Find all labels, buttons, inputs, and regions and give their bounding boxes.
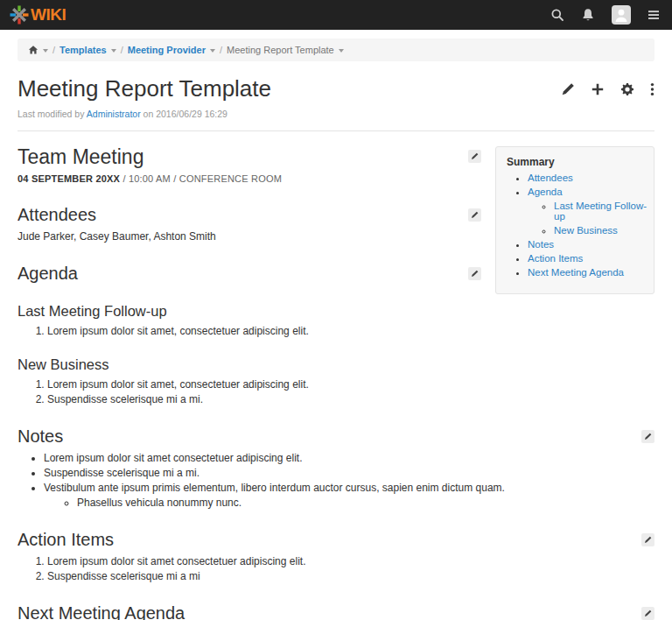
xwiki-logo[interactable]: WIKI [9,4,66,25]
list-item: Last Meeting Follow-up [554,201,648,222]
summary-panel: Summary Attendees Agenda Last Meeting Fo… [495,146,654,294]
page-actions [561,82,654,96]
list-item: Suspendisse scelerisque mi a mi. [47,393,654,405]
breadcrumb-current: Meeting Report Template [227,45,334,55]
list-item: Action Items [528,253,648,264]
edit-section-button[interactable] [468,150,481,163]
top-navbar: WIKI [0,0,672,30]
new-business-heading: New Business [18,356,109,373]
agenda-heading: Agenda [18,264,78,284]
hamburger-menu-icon[interactable] [648,9,660,21]
summary-link-next-meeting-agenda[interactable]: Next Meeting Agenda [528,267,624,278]
kebab-menu-icon[interactable] [650,82,654,96]
breadcrumb: / Templates / Meeting Provider / Meeting… [18,39,654,61]
last-meeting-follow-up-heading: Last Meeting Follow-up [18,303,167,320]
edit-section-button[interactable] [468,208,481,222]
summary-link-agenda[interactable]: Agenda [528,187,563,197]
next-meeting-agenda-heading: Next Meeting Agenda [18,603,185,620]
list-item: New Business [554,225,648,236]
gear-icon[interactable] [620,82,634,96]
list-item: Vestibulum ante ipsum primis elementum, … [44,482,654,509]
attendees-heading: Attendees [18,205,96,225]
summary-link-action-items[interactable]: Action Items [528,253,583,264]
list-item: Suspendisse scelerisque mi a mi. [44,467,654,479]
list-item: Attendees [528,173,648,183]
section-last-meeting-follow-up: Last Meeting Follow-up [18,303,481,320]
list-item: Lorem ipsum dolor sit amet consectetuer … [47,555,654,567]
summary-link-last-meeting-follow-up[interactable]: Last Meeting Follow-up [554,201,647,222]
list-item: Phasellus vehicula nonummy nunc. [77,497,654,509]
list-item: Notes [528,239,648,250]
user-avatar[interactable] [612,5,631,25]
action-items-heading: Action Items [18,530,114,550]
chevron-down-icon[interactable] [43,49,48,53]
xwiki-asterisk-icon [9,4,30,25]
edit-pencil-icon[interactable] [561,82,575,96]
summary-link-notes[interactable]: Notes [528,239,554,250]
section-agenda: Agenda [18,264,481,284]
page-title: Meeting Report Template [18,75,271,102]
team-meeting-heading: Team Meeting [18,145,144,169]
brand-text: WIKI [31,5,66,25]
list-item: Next Meeting Agenda [528,267,648,278]
section-new-business: New Business [18,356,654,373]
chevron-down-icon[interactable] [111,49,116,53]
chevron-down-icon[interactable] [339,49,344,53]
bell-icon[interactable] [581,8,595,22]
section-next-meeting-agenda: Next Meeting Agenda [18,603,654,620]
page-content: Summary Attendees Agenda Last Meeting Fo… [18,144,654,620]
breadcrumb-link-meeting-provider[interactable]: Meeting Provider [128,45,206,55]
list-item: Lorem ipsum dolor sit amet, consectetuer… [47,325,654,337]
section-team-meeting: Team Meeting [18,144,481,169]
list-item: Lorem ipsum dolor sit amet, consectetuer… [47,378,654,391]
header-divider [18,130,654,131]
list-item: Agenda Last Meeting Follow-up New Busine… [528,187,648,236]
add-plus-icon[interactable] [591,82,605,96]
section-attendees: Attendees [18,205,481,225]
section-action-items: Action Items [18,530,654,550]
chevron-down-icon[interactable] [210,49,215,53]
summary-link-attendees[interactable]: Attendees [528,173,573,183]
search-icon[interactable] [550,8,564,22]
notes-heading: Notes [18,426,63,447]
list-item: Lorem ipsum dolor sit amet consectetuer … [44,452,654,464]
doc-info: Last modified by Administrator on 2016/0… [18,109,654,119]
list-item: Suspendisse scelerisque mi a mi [47,570,654,582]
home-icon[interactable] [28,45,38,55]
summary-link-new-business[interactable]: New Business [554,225,618,236]
summary-title: Summary [507,156,648,168]
section-notes: Notes [18,426,654,447]
edit-section-button[interactable] [641,430,654,443]
edit-section-button[interactable] [641,533,654,546]
breadcrumb-link-templates[interactable]: Templates [60,45,107,55]
modified-by-user-link[interactable]: Administrator [87,109,141,119]
edit-section-button[interactable] [641,607,654,620]
edit-section-button[interactable] [468,267,481,280]
